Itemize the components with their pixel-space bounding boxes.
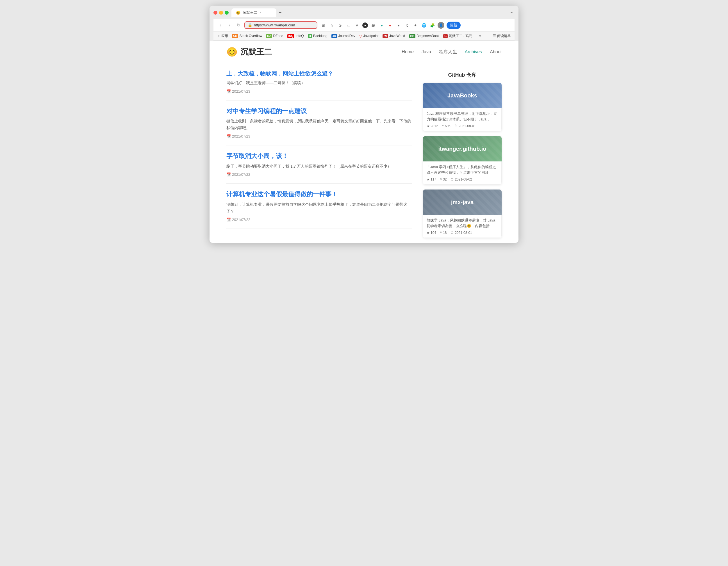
article-title-truncated[interactable]: 上，大致梳，物软网，网站上性欲怎么避？ [226,70,412,78]
github-card-body-1: 「Java 学习+程序人生」，从此你的编程之路不再迷茫和彷徨，可点击下方的网址 … [423,162,502,185]
more-options-icon[interactable]: ⋯ [508,10,515,16]
browser-window: 😊 沉默王二 × + ⋯ ‹ › ↻ 🔒 https://www.itwange… [210,6,518,243]
bookmark-journaldev[interactable]: JD JournalDev [331,34,356,38]
github-card-body-0: Java 程序员常读书单整理，附下载地址，助力构建最强知识体系。但不限于 Jav… [423,108,502,131]
article-date: 📅 2021/07/22 [226,172,412,177]
bookmarks-more-icon[interactable]: » [477,33,483,39]
nav-about[interactable]: About [490,49,502,54]
bookmark-beginnersbook[interactable]: BB BeginnersBook [409,34,440,38]
shield-icon[interactable]: ▭ [345,22,352,28]
new-tab-button[interactable]: + [279,10,282,16]
article-title[interactable]: 计算机专业这个暑假最值得做的一件事！ [226,190,412,199]
bookmark-gitee-label: 沉默王二 - 码云 [449,34,472,38]
dzone-icon: DZ [266,34,272,38]
refresh-button[interactable]: ↻ [235,22,242,28]
bookmark-infoq-label: InfoQ [295,34,304,38]
url-box[interactable]: 🔒 https://www.itwanger.com [244,21,317,29]
bookmark-dzone[interactable]: DZ DZone [266,34,283,38]
article-title[interactable]: 对中专生学习编程的一点建议 [226,107,412,115]
update-button[interactable]: 更新 [447,22,461,29]
repo-date-2: ⏱ 2021-08-01 [451,231,472,235]
github-repo-card-1[interactable]: itwanger.github.io 「Java 学习+程序人生」，从此你的编程… [423,136,502,185]
infoq-icon: iNQ [287,34,295,38]
clock-icon: ⏱ [454,124,458,128]
repo-name-0: JavaBooks [447,92,477,99]
teal-icon[interactable]: ● [379,22,385,28]
bookmark-infoq[interactable]: iNQ InfoQ [287,34,304,38]
forward-button[interactable]: › [226,23,233,28]
logo-emoji: 😊 [226,47,238,57]
article-excerpt: 微信上收到一条读者的私信，情真意切，所以我承诺他今天一定写篇文章好好回复他一下。… [226,118,412,131]
bookmark-apps[interactable]: ⊞ 应用 [217,34,228,38]
translate-icon[interactable]: G [337,22,343,28]
ae-icon[interactable]: æ [370,22,376,28]
repo-stats-2: ★ 104 ⑂ 18 ⏱ 2021-08-01 [427,231,498,235]
article-item: 对中专生学习编程的一点建议 微信上收到一条读者的私信，情真意切，所以我承诺他今天… [226,101,412,146]
github-section-title: GitHub 仓库 [423,72,502,78]
red-icon[interactable]: ● [387,22,393,28]
repo-stats-0: ★ 2812 ⑂ 696 ⏱ 2021-08-01 [427,124,498,128]
bookmark-stackoverflow-label: Stack Overflow [239,34,262,38]
calendar-icon: 📅 [226,89,231,94]
bookmark-stackoverflow[interactable]: SO Stack Overflow [232,34,262,38]
calendar-icon: 📅 [226,218,231,222]
baeldung-icon: B [308,34,312,38]
puzzle-icon[interactable]: 🧩 [429,22,435,28]
fork-icon: ⑂ [440,178,442,181]
bookmark-apps-label: 应用 [221,34,228,38]
maximize-button[interactable] [225,11,229,15]
article-excerpt: 同学们好，我是王老师——二哥呀！（笑喷） [226,80,412,87]
url-text: https://www.itwanger.com [254,23,295,27]
bookmark-dzone-label: DZone [273,34,283,38]
bookmark-javaworld[interactable]: IW JavaWorld [383,34,405,38]
back-button[interactable]: ‹ [217,23,224,28]
beginnersbook-icon: BB [409,34,415,38]
sidebar-column: GitHub 仓库 JavaBooks Java 程序员常读书单整理，附下载地址… [423,63,502,243]
music-icon[interactable]: ♫ [404,22,410,28]
nav-java[interactable]: Java [422,49,431,54]
github-card-header-2: jmx-java [423,190,502,215]
star2-icon[interactable]: ✦ [412,22,418,28]
grid-icon[interactable]: ⊞ [320,22,326,28]
repo-forks-0: ⑂ 696 [442,124,451,128]
globe-icon[interactable]: 🌐 [421,22,427,28]
article-item: 计算机专业这个暑假最值得做的一件事！ 没想到，计算机专业，暑假需要提前自学吗这个… [226,184,412,229]
article-title[interactable]: 字节取消大小周，该！ [226,152,412,160]
github-repo-card-0[interactable]: JavaBooks Java 程序员常读书单整理，附下载地址，助力构建最强知识体… [423,83,502,131]
github-card-body-2: 教妹学 Java，风趣幽默通俗易懂，对 Java 初学者亲切友善，么么哒😊，内容… [423,215,502,238]
repo-name-1: itwanger.github.io [438,146,486,152]
close-button[interactable] [213,11,217,15]
star-icon[interactable]: ☆ [329,22,335,28]
article-date: 📅 2021/07/23 [226,89,412,94]
avatar-icon[interactable]: 👤 [438,22,444,29]
github-card-header-1: itwanger.github.io [423,136,502,162]
bookmark-baeldung-label: Baeldung [313,34,327,38]
star-icon: ★ [427,178,430,181]
repo-stars-0: ★ 2812 [427,124,438,128]
nav-home[interactable]: Home [402,49,414,54]
reading-list-button[interactable]: ☰ 阅读清单 [493,34,511,38]
minimize-button[interactable] [219,11,223,15]
clock-icon: ⏱ [451,231,454,235]
tab-close-button[interactable]: × [260,11,261,14]
toolbar-icons: ⊞ ☆ G ▭ V ● æ ● ● ● ♫ ✦ 🌐 🧩 👤 更新 ⋮ [320,22,511,29]
article-item: 字节取消大小周，该！ 终于，字节跳动要取消大小周了，我 1.7 万人的票圈都快炸… [226,146,412,184]
v-icon[interactable]: V [354,22,360,28]
repo-forks-2: ⑂ 18 [440,231,447,235]
bookmark-baeldung[interactable]: B Baeldung [308,34,327,38]
dark-circle-icon[interactable]: ● [395,22,402,28]
fork-icon: ⑂ [440,231,442,235]
repo-desc-2: 教妹学 Java，风趣幽默通俗易懂，对 Java 初学者亲切友善，么么哒😊，内容… [427,218,498,229]
repo-stars-1: ★ 117 [427,178,436,181]
nav-life[interactable]: 程序人生 [439,49,457,55]
github-card-header-0: JavaBooks [423,83,502,108]
github-repo-card-2[interactable]: jmx-java 教妹学 Java，风趣幽默通俗易懂，对 Java 初学者亲切友… [423,190,502,238]
bookmark-gitee[interactable]: G 沉默王二 - 码云 [443,34,472,38]
active-tab[interactable]: 😊 沉默王二 × [231,8,276,17]
circle-icon[interactable]: ● [362,22,368,28]
bookmark-javatpoint[interactable]: ▽ Javatpoint [359,34,379,38]
article-date: 📅 2021/07/23 [226,134,412,138]
menu-icon[interactable]: ⋮ [463,22,469,28]
nav-archives[interactable]: Archives [465,49,482,54]
article-excerpt: 没想到，计算机专业，暑假需要提前自学吗这个问题竟然上知乎热榜了，难道是因为二哥把… [226,201,412,215]
